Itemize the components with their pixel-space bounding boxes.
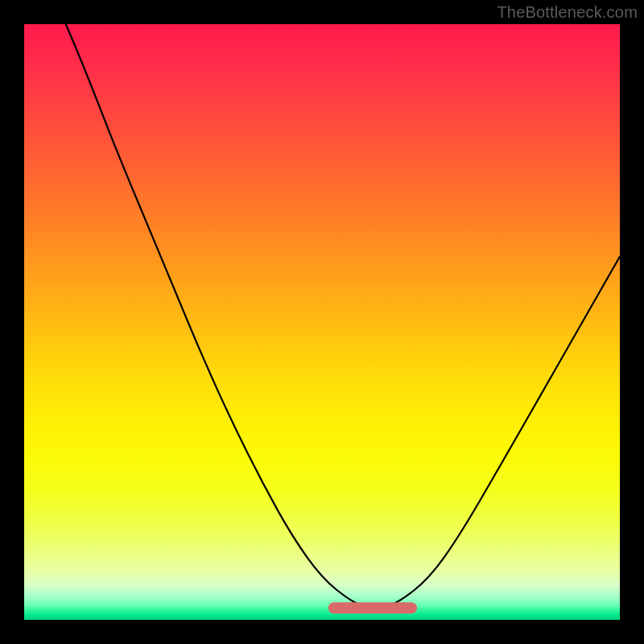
watermark-text: TheBottleneck.com [497,3,638,22]
chart-frame: TheBottleneck.com [0,0,644,644]
curve-line [66,24,620,608]
bottleneck-curve [24,24,620,620]
plot-area [24,24,620,620]
